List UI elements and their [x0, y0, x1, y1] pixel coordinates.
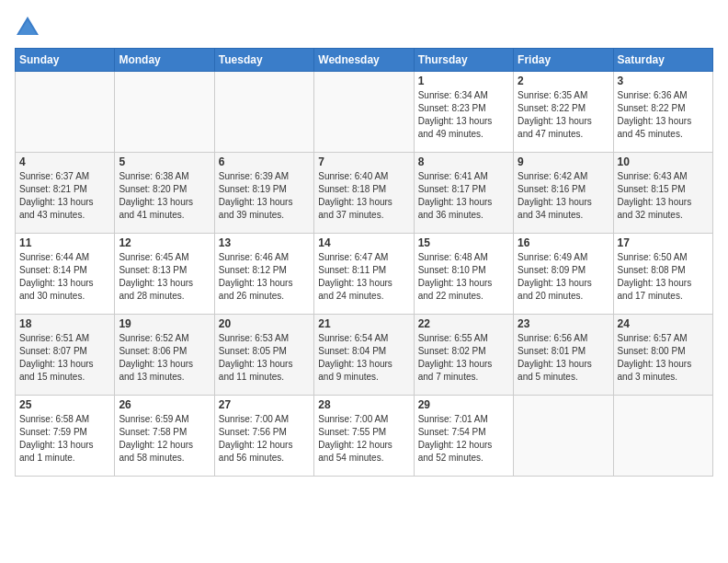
calendar-cell: 29Sunrise: 7:01 AM Sunset: 7:54 PM Dayli… [414, 396, 513, 477]
calendar-cell: 26Sunrise: 6:59 AM Sunset: 7:58 PM Dayli… [115, 396, 214, 477]
day-number: 9 [518, 155, 609, 168]
day-number: 16 [518, 236, 609, 249]
day-number: 4 [19, 155, 110, 168]
day-number: 1 [418, 75, 509, 87]
calendar-cell [16, 72, 115, 153]
day-number: 2 [518, 75, 609, 87]
day-info: Sunrise: 7:00 AM Sunset: 7:55 PM Dayligh… [318, 413, 409, 465]
day-info: Sunrise: 6:41 AM Sunset: 8:17 PM Dayligh… [418, 170, 509, 222]
day-number: 3 [618, 75, 709, 87]
calendar-cell: 10Sunrise: 6:43 AM Sunset: 8:15 PM Dayli… [613, 153, 712, 234]
calendar-cell: 2Sunrise: 6:35 AM Sunset: 8:22 PM Daylig… [514, 72, 613, 153]
day-info: Sunrise: 6:53 AM Sunset: 8:05 PM Dayligh… [219, 332, 310, 384]
calendar-cell: 13Sunrise: 6:46 AM Sunset: 8:12 PM Dayli… [214, 234, 313, 315]
column-header-thursday: Thursday [414, 49, 513, 72]
calendar-cell: 24Sunrise: 6:57 AM Sunset: 8:00 PM Dayli… [613, 315, 712, 396]
day-info: Sunrise: 6:58 AM Sunset: 7:59 PM Dayligh… [19, 413, 110, 465]
day-info: Sunrise: 6:36 AM Sunset: 8:22 PM Dayligh… [618, 89, 709, 141]
calendar-cell: 18Sunrise: 6:51 AM Sunset: 8:07 PM Dayli… [16, 315, 115, 396]
day-info: Sunrise: 6:42 AM Sunset: 8:16 PM Dayligh… [518, 170, 609, 222]
day-info: Sunrise: 6:38 AM Sunset: 8:20 PM Dayligh… [119, 170, 210, 222]
column-header-tuesday: Tuesday [214, 49, 313, 72]
day-number: 22 [418, 317, 509, 330]
calendar-cell: 15Sunrise: 6:48 AM Sunset: 8:10 PM Dayli… [414, 234, 513, 315]
calendar-cell: 1Sunrise: 6:34 AM Sunset: 8:23 PM Daylig… [414, 72, 513, 153]
calendar-cell: 25Sunrise: 6:58 AM Sunset: 7:59 PM Dayli… [16, 396, 115, 477]
calendar-cell: 12Sunrise: 6:45 AM Sunset: 8:13 PM Dayli… [115, 234, 214, 315]
day-number: 24 [618, 317, 709, 330]
day-number: 18 [19, 317, 110, 330]
day-info: Sunrise: 6:57 AM Sunset: 8:00 PM Dayligh… [618, 332, 709, 384]
day-info: Sunrise: 6:52 AM Sunset: 8:06 PM Dayligh… [119, 332, 210, 384]
day-number: 25 [19, 398, 110, 411]
day-number: 14 [318, 236, 409, 249]
column-header-monday: Monday [115, 49, 214, 72]
day-number: 15 [418, 236, 509, 249]
column-header-friday: Friday [514, 49, 613, 72]
page-header [15, 15, 713, 40]
calendar-cell: 23Sunrise: 6:56 AM Sunset: 8:01 PM Dayli… [514, 315, 613, 396]
calendar-week-row: 1Sunrise: 6:34 AM Sunset: 8:23 PM Daylig… [16, 72, 713, 153]
calendar-cell: 20Sunrise: 6:53 AM Sunset: 8:05 PM Dayli… [214, 315, 313, 396]
day-info: Sunrise: 6:55 AM Sunset: 8:02 PM Dayligh… [418, 332, 509, 384]
day-number: 17 [618, 236, 709, 249]
day-info: Sunrise: 6:51 AM Sunset: 8:07 PM Dayligh… [19, 332, 110, 384]
day-info: Sunrise: 6:44 AM Sunset: 8:14 PM Dayligh… [19, 251, 110, 303]
day-number: 19 [119, 317, 210, 330]
day-number: 8 [418, 155, 509, 168]
day-info: Sunrise: 6:59 AM Sunset: 7:58 PM Dayligh… [119, 413, 210, 465]
calendar-cell [314, 72, 414, 153]
day-info: Sunrise: 6:35 AM Sunset: 8:22 PM Dayligh… [518, 89, 609, 141]
calendar-week-row: 18Sunrise: 6:51 AM Sunset: 8:07 PM Dayli… [16, 315, 713, 396]
day-number: 21 [318, 317, 409, 330]
day-info: Sunrise: 6:56 AM Sunset: 8:01 PM Dayligh… [518, 332, 609, 384]
calendar-cell [514, 396, 613, 477]
day-info: Sunrise: 7:01 AM Sunset: 7:54 PM Dayligh… [418, 413, 509, 465]
day-info: Sunrise: 6:43 AM Sunset: 8:15 PM Dayligh… [618, 170, 709, 222]
day-info: Sunrise: 6:54 AM Sunset: 8:04 PM Dayligh… [318, 332, 409, 384]
calendar-cell [115, 72, 214, 153]
calendar-cell: 8Sunrise: 6:41 AM Sunset: 8:17 PM Daylig… [414, 153, 513, 234]
logo-icon [15, 15, 40, 40]
calendar-cell: 4Sunrise: 6:37 AM Sunset: 8:21 PM Daylig… [16, 153, 115, 234]
day-info: Sunrise: 6:40 AM Sunset: 8:18 PM Dayligh… [318, 170, 409, 222]
day-info: Sunrise: 6:50 AM Sunset: 8:08 PM Dayligh… [618, 251, 709, 303]
calendar-cell: 7Sunrise: 6:40 AM Sunset: 8:18 PM Daylig… [314, 153, 414, 234]
day-info: Sunrise: 6:34 AM Sunset: 8:23 PM Dayligh… [418, 89, 509, 141]
calendar-week-row: 25Sunrise: 6:58 AM Sunset: 7:59 PM Dayli… [16, 396, 713, 477]
day-info: Sunrise: 6:48 AM Sunset: 8:10 PM Dayligh… [418, 251, 509, 303]
day-info: Sunrise: 6:47 AM Sunset: 8:11 PM Dayligh… [318, 251, 409, 303]
calendar-cell [214, 72, 313, 153]
day-info: Sunrise: 6:46 AM Sunset: 8:12 PM Dayligh… [219, 251, 310, 303]
calendar-cell: 9Sunrise: 6:42 AM Sunset: 8:16 PM Daylig… [514, 153, 613, 234]
day-number: 26 [119, 398, 210, 411]
day-number: 27 [219, 398, 310, 411]
calendar-table: SundayMondayTuesdayWednesdayThursdayFrid… [15, 48, 713, 477]
day-info: Sunrise: 6:37 AM Sunset: 8:21 PM Dayligh… [19, 170, 110, 222]
column-header-saturday: Saturday [613, 49, 712, 72]
column-header-sunday: Sunday [16, 49, 115, 72]
day-number: 10 [618, 155, 709, 168]
day-number: 28 [318, 398, 409, 411]
calendar-cell: 11Sunrise: 6:44 AM Sunset: 8:14 PM Dayli… [16, 234, 115, 315]
day-info: Sunrise: 7:00 AM Sunset: 7:56 PM Dayligh… [219, 413, 310, 465]
calendar-header-row: SundayMondayTuesdayWednesdayThursdayFrid… [16, 49, 713, 72]
calendar-cell: 22Sunrise: 6:55 AM Sunset: 8:02 PM Dayli… [414, 315, 513, 396]
day-number: 12 [119, 236, 210, 249]
day-info: Sunrise: 6:39 AM Sunset: 8:19 PM Dayligh… [219, 170, 310, 222]
calendar-cell: 27Sunrise: 7:00 AM Sunset: 7:56 PM Dayli… [214, 396, 313, 477]
day-number: 5 [119, 155, 210, 168]
day-number: 29 [418, 398, 509, 411]
calendar-cell: 21Sunrise: 6:54 AM Sunset: 8:04 PM Dayli… [314, 315, 414, 396]
calendar-cell: 14Sunrise: 6:47 AM Sunset: 8:11 PM Dayli… [314, 234, 414, 315]
calendar-week-row: 11Sunrise: 6:44 AM Sunset: 8:14 PM Dayli… [16, 234, 713, 315]
calendar-cell: 6Sunrise: 6:39 AM Sunset: 8:19 PM Daylig… [214, 153, 313, 234]
day-number: 11 [19, 236, 110, 249]
logo [15, 15, 44, 40]
day-number: 6 [219, 155, 310, 168]
calendar-cell: 16Sunrise: 6:49 AM Sunset: 8:09 PM Dayli… [514, 234, 613, 315]
day-info: Sunrise: 6:49 AM Sunset: 8:09 PM Dayligh… [518, 251, 609, 303]
calendar-cell: 19Sunrise: 6:52 AM Sunset: 8:06 PM Dayli… [115, 315, 214, 396]
calendar-cell: 5Sunrise: 6:38 AM Sunset: 8:20 PM Daylig… [115, 153, 214, 234]
calendar-week-row: 4Sunrise: 6:37 AM Sunset: 8:21 PM Daylig… [16, 153, 713, 234]
